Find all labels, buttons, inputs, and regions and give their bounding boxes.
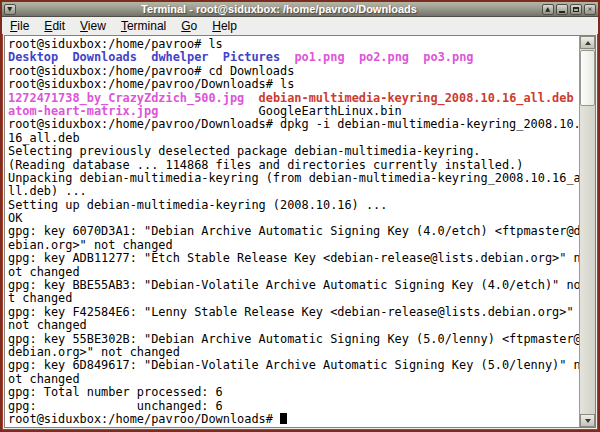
scroll-down-button[interactable] — [580, 414, 595, 427]
terminal-line: Desktop Downloads dwhelper Pictures po1.… — [8, 51, 579, 64]
maximize-button[interactable] — [570, 4, 582, 15]
terminal-cursor — [280, 413, 287, 424]
terminal-line: Unpacking debian-multimedia-keyring (fro… — [8, 172, 579, 185]
terminal-line: root@siduxbox:/home/pavroo/Downloads# ls — [8, 78, 579, 91]
shade-button[interactable]: ▲ — [542, 4, 554, 15]
menu-item-edit[interactable]: Edit — [44, 19, 65, 33]
window-title: Terminal - root@siduxbox: /home/pavroo/D… — [18, 3, 540, 15]
terminal-area: root@siduxbox:/home/pavroo# lsDesktop Do… — [4, 35, 596, 428]
terminal-line: Setting up debian-multimedia-keyring (20… — [8, 199, 579, 212]
terminal-line: 1272471738_by_CrazyZdzich_500.jpg debian… — [8, 92, 579, 105]
terminal-line: (Reading database ... 114868 files and d… — [8, 159, 579, 172]
terminal-line: gpg: key 6070D3A1: "Debian Archive Autom… — [8, 225, 579, 238]
scroll-down-icon — [585, 419, 591, 423]
terminal-line: debian.org>" not changed — [8, 346, 579, 359]
terminal-line: gpg: key 6D849617: "Debian-Volatile Arch… — [8, 359, 579, 372]
terminal-line: gpg: Total number processed: 6 — [8, 386, 579, 399]
terminal-line: gpg: unchanged: 6 — [8, 400, 579, 413]
menu-item-file[interactable]: File — [10, 19, 29, 33]
terminal-line: 16_all.deb — [8, 132, 579, 145]
menu-item-go[interactable]: Go — [181, 19, 197, 33]
terminal-line: root@siduxbox:/home/pavroo# ls — [8, 38, 579, 51]
terminal-line: gpg: key BBE55AB3: "Debian-Volatile Arch… — [8, 279, 579, 292]
terminal-line: ot changed — [8, 373, 579, 386]
terminal-line: root@siduxbox:/home/pavroo/Downloads# — [8, 413, 579, 426]
minimize-button[interactable] — [556, 4, 568, 15]
terminal-line: gpg: key 55BE302B: "Debian Archive Autom… — [8, 333, 579, 346]
scroll-up-button[interactable] — [580, 36, 595, 49]
scrollbar — [579, 36, 595, 427]
terminal-line: gpg: key F42584E6: "Lenny Stable Release… — [8, 306, 579, 319]
close-icon: × — [587, 5, 592, 13]
menubar: FileEditViewTerminalGoHelp — [2, 17, 598, 34]
terminal-line: atom-heart-matrix.jpg GoogleEarthLinux.b… — [8, 105, 579, 118]
menu-item-terminal[interactable]: Terminal — [121, 19, 166, 33]
titlebar[interactable]: ▼ Terminal - root@siduxbox: /home/pavroo… — [2, 2, 598, 17]
terminal-line: root@siduxbox:/home/pavroo/Downloads# dp… — [8, 118, 579, 131]
terminal-line: OK — [8, 212, 579, 225]
window-menu-icon: ▼ — [8, 5, 13, 13]
maximize-icon — [573, 7, 579, 12]
close-button[interactable]: × — [584, 4, 596, 15]
window-menu-button[interactable]: ▼ — [4, 4, 16, 15]
menu-item-view[interactable]: View — [80, 19, 106, 33]
terminal-window: ▼ Terminal - root@siduxbox: /home/pavroo… — [0, 0, 600, 432]
terminal-line: not changed — [8, 319, 579, 332]
terminal-line: ot changed — [8, 266, 579, 279]
terminal-output[interactable]: root@siduxbox:/home/pavroo# lsDesktop Do… — [5, 36, 579, 427]
scroll-up-icon — [585, 41, 591, 45]
terminal-line: ebian.org>" not changed — [8, 239, 579, 252]
scrollbar-thumb[interactable] — [580, 50, 595, 106]
menu-item-help[interactable]: Help — [212, 19, 237, 33]
terminal-line: root@siduxbox:/home/pavroo# cd Downloads — [8, 65, 579, 78]
shade-icon: ▲ — [546, 5, 551, 13]
terminal-line: gpg: key ADB11277: "Etch Stable Release … — [8, 252, 579, 265]
minimize-icon — [559, 11, 565, 13]
terminal-line: ll.deb) ... — [8, 185, 579, 198]
terminal-line: Selecting previously deselected package … — [8, 145, 579, 158]
terminal-line: t changed — [8, 292, 579, 305]
